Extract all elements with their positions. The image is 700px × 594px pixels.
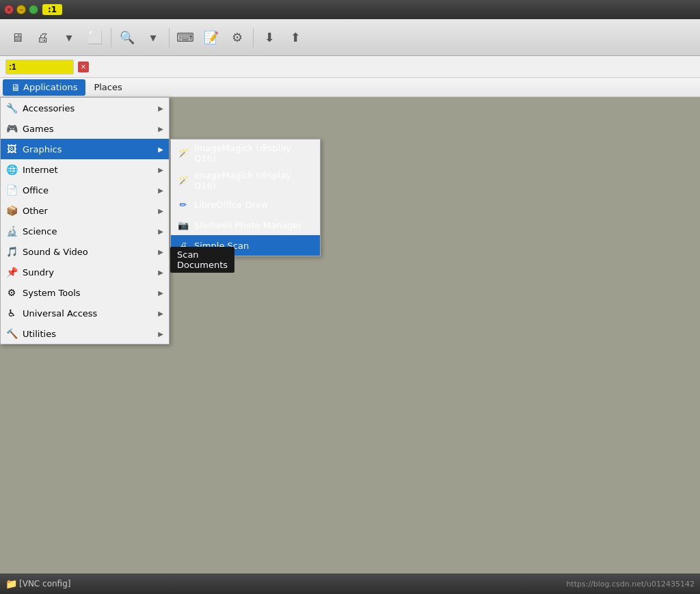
libreoffice-draw-label: LibreOffice Draw [194,200,268,210]
menu-internet[interactable]: 🌐 Internet ▶ [1,159,169,180]
toolbar-print-button[interactable]: 🖨 [31,26,55,49]
menu-system-tools[interactable]: ⚙ System Tools ▶ [1,282,169,303]
universal-access-icon: ♿ [5,306,18,320]
sundry-icon: 📌 [5,265,18,279]
utilities-arrow: ▶ [158,330,163,338]
sound-video-icon: 🎵 [5,245,18,258]
utilities-label: Utilities [23,329,154,339]
toolbar-keyboard-button[interactable]: ⌨ [174,26,197,49]
imagemagick1-label: ImageMagick (display Q16) [194,143,314,163]
applications-label: Applications [23,82,77,92]
toolbar-dropdown1[interactable]: ▾ [57,26,81,49]
office-label: Office [23,185,154,195]
system-tools-icon: ⚙ [5,286,18,299]
titlebar-buttons: × − [4,5,38,14]
games-label: Games [23,124,154,134]
simple-scan-icon: 🖨 [176,239,190,252]
toolbar-dd1-btn[interactable]: ▾ [57,26,81,49]
shotwell-icon: 📷 [176,218,190,232]
shotwell-label: Shotwell Photo Manager [194,220,302,230]
menu-science[interactable]: 🔬 Science ▶ [1,221,169,241]
graphics-arrow: ▶ [158,146,163,153]
simple-scan-label: Simple Scan [194,241,249,251]
menu-sundry[interactable]: 📌 Sundry ▶ [1,262,169,282]
utilities-icon: 🔨 [5,327,18,340]
universal-access-label: Universal Access [23,308,154,319]
menu-utilities[interactable]: 🔨 Utilities ▶ [1,323,169,344]
internet-arrow: ▶ [158,166,163,174]
address-close-button[interactable]: × [78,62,89,72]
accessories-label: Accessories [23,103,154,113]
office-icon: 📄 [5,183,18,197]
office-arrow: ▶ [158,187,163,194]
close-button[interactable]: × [4,5,14,14]
main-content: 🔧 Accessories ▶ 🎮 Games ▶ 🖼 Graphics ▶ 🪄… [0,97,700,573]
imagemagick2-icon: 🪄 [176,174,190,187]
accessories-arrow: ▶ [158,105,163,112]
internet-label: Internet [23,165,154,175]
internet-icon: 🌐 [5,163,18,176]
other-label: Other [23,206,154,216]
address-input[interactable] [5,59,74,75]
graphics-label: Graphics [23,144,154,154]
titlebar-label: :1 [42,4,62,15]
taskbar: 📁 [VNC config] https://blog.csdn.net/u01… [0,573,700,594]
toolbar-separator1 [111,28,111,47]
submenu-imagemagick2[interactable]: 🪄 ImageMagick (display Q16) [171,167,320,194]
submenu-simple-scan[interactable]: 🖨 Simple Scan [171,235,320,256]
toolbar-dropdown2[interactable]: ▾ [142,26,165,49]
sundry-label: Sundry [23,267,154,278]
sound-video-label: Sound & Video [23,247,154,257]
toolbar-separator2 [169,28,170,47]
menu-sound-video[interactable]: 🎵 Sound & Video ▶ [1,241,169,262]
universal-access-arrow: ▶ [158,310,163,317]
imagemagick2-label: ImageMagick (display Q16) [194,170,314,191]
minimize-button[interactable]: − [16,5,26,14]
games-icon: 🎮 [5,122,18,135]
menu-office[interactable]: 📄 Office ▶ [1,180,169,200]
toolbar-window-button[interactable]: ⬜ [83,26,107,49]
menu-graphics[interactable]: 🖼 Graphics ▶ 🪄 ImageMagick (display Q16)… [1,139,169,159]
toolbar-script-button[interactable]: 📝 [200,26,223,49]
menubar-places[interactable]: Places [85,79,130,95]
taskbar-vnc-item[interactable]: 📁 [VNC config] [5,578,70,589]
taskbar-vnc-label: [VNC config] [19,579,70,589]
imagemagick1-icon: 🪄 [176,146,190,160]
toolbar-upload-button[interactable]: ⬆ [284,26,307,49]
folder-icon: 📁 [5,578,16,589]
other-icon: 📦 [5,204,18,217]
toolbar-settings-button[interactable]: ⚙ [226,26,249,49]
submenu-shotwell[interactable]: 📷 Shotwell Photo Manager [171,215,320,235]
toolbar-dd2-btn[interactable]: ▾ [142,26,165,49]
accessories-icon: 🔧 [5,101,18,115]
system-tools-label: System Tools [23,288,154,298]
sundry-arrow: ▶ [158,269,163,276]
toolbar-home-button[interactable]: 🖥 [5,26,29,49]
applications-menu: 🔧 Accessories ▶ 🎮 Games ▶ 🖼 Graphics ▶ 🪄… [0,97,170,345]
submenu-libreoffice-draw[interactable]: ✏ LibreOffice Draw [171,194,320,215]
system-tools-arrow: ▶ [158,289,163,297]
menubar-applications[interactable]: 🖥 Applications [3,79,85,96]
menu-universal-access[interactable]: ♿ Universal Access ▶ [1,303,169,323]
science-arrow: ▶ [158,228,163,235]
toolbar: 🖥 🖨 ▾ ⬜ 🔍 ▾ ⌨ 📝 ⚙ ⬇ ⬆ [0,19,700,56]
menu-other[interactable]: 📦 Other ▶ [1,200,169,221]
science-label: Science [23,226,154,237]
applications-icon: 🖥 [11,82,21,93]
addressbar: × [0,56,700,78]
toolbar-separator3 [253,28,254,47]
other-arrow: ▶ [158,207,163,215]
submenu-imagemagick1[interactable]: 🪄 ImageMagick (display Q16) [171,139,320,167]
graphics-icon: 🖼 [5,142,18,156]
menu-accessories[interactable]: 🔧 Accessories ▶ [1,98,169,118]
graphics-submenu: 🪄 ImageMagick (display Q16) 🪄 ImageMagic… [170,139,321,256]
maximize-button[interactable] [29,5,38,14]
menubar: 🖥 Applications Places [0,78,700,97]
places-label: Places [94,82,122,92]
titlebar: × − :1 [0,0,700,19]
watermark-text: https://blog.csdn.net/u012435142 [566,580,695,589]
toolbar-download-button[interactable]: ⬇ [258,26,281,49]
games-arrow: ▶ [158,125,163,133]
toolbar-search-button[interactable]: 🔍 [116,26,139,49]
menu-games[interactable]: 🎮 Games ▶ [1,118,169,139]
